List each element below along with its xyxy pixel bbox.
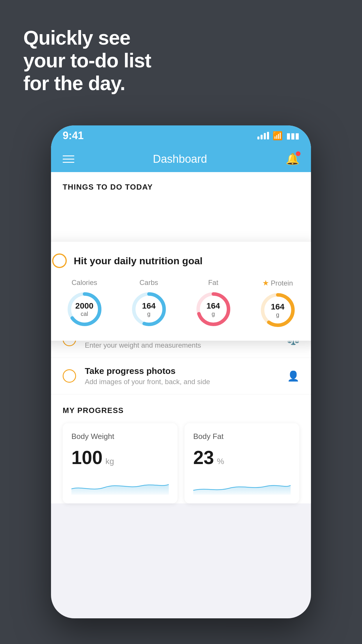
hero-text: Quickly see your to-do list for the day. xyxy=(23,26,151,95)
todo-text-2: Take progress photos Add images of your … xyxy=(85,366,278,386)
progress-card-body-weight[interactable]: Body Weight 100 kg xyxy=(63,423,178,503)
hero-line3: for the day. xyxy=(23,72,151,94)
hero-line2: your to-do list xyxy=(23,49,151,72)
nutrition-item-carbs: Carbs 164 g xyxy=(130,279,168,328)
progress-chart-1 xyxy=(193,477,291,495)
progress-section-title: MY PROGRESS xyxy=(63,406,299,415)
progress-cards: Body Weight 100 kg Body Fat xyxy=(63,423,299,503)
battery-icon: ▮▮▮ xyxy=(286,131,299,141)
todo-item-2[interactable]: Take progress photos Add images of your … xyxy=(51,358,311,394)
progress-section: MY PROGRESS Body Weight 100 kg xyxy=(51,394,311,503)
nutrition-check-circle xyxy=(52,253,67,268)
signal-icon xyxy=(257,132,269,139)
status-bar: 9:41 📶 ▮▮▮ xyxy=(51,125,311,146)
progress-value-row-0: 100 kg xyxy=(71,447,169,468)
status-time: 9:41 xyxy=(63,130,84,142)
nutrition-card-title: Hit your daily nutrition goal xyxy=(74,255,203,267)
wifi-icon: 📶 xyxy=(273,131,283,141)
progress-unit-1: % xyxy=(217,457,224,466)
progress-card-body-fat[interactable]: Body Fat 23 % xyxy=(184,423,299,503)
nutrition-item-fat: Fat 164 g xyxy=(194,279,232,328)
progress-value-0: 100 xyxy=(71,447,103,468)
progress-card-title-0: Body Weight xyxy=(71,432,169,441)
notification-dot xyxy=(296,151,301,156)
status-icons: 📶 ▮▮▮ xyxy=(257,131,299,141)
nutrition-item-calories: Calories 2000 cal xyxy=(66,279,103,328)
nav-bar: Dashboard 🔔 xyxy=(51,146,311,172)
nav-title: Dashboard xyxy=(153,153,207,165)
progress-chart-0 xyxy=(71,477,169,495)
progress-card-title-1: Body Fat xyxy=(193,432,291,441)
todo-circle-2 xyxy=(63,369,76,383)
todo-subtitle-2: Add images of your front, back, and side xyxy=(85,378,278,386)
nutrition-card: Hit your daily nutrition goal Calories 2… xyxy=(51,242,311,341)
progress-unit-0: kg xyxy=(106,457,114,466)
things-to-do-header: THINGS TO DO TODAY xyxy=(51,172,311,197)
phone-frame: 9:41 📶 ▮▮▮ Dashboard 🔔 xyxy=(51,125,311,618)
nutrition-item-protein: ★Protein 164 g xyxy=(259,279,297,329)
progress-value-row-1: 23 % xyxy=(193,447,291,468)
todo-title-2: Take progress photos xyxy=(85,366,278,376)
hero-line1: Quickly see xyxy=(23,26,151,49)
nutrition-circles: Calories 2000 cal Carbs 164 xyxy=(52,279,310,329)
notifications-button[interactable]: 🔔 xyxy=(286,153,299,165)
todo-icon-2: 👤 xyxy=(287,370,299,382)
todo-subtitle-1: Enter your weight and measurements xyxy=(85,341,278,349)
progress-value-1: 23 xyxy=(193,447,214,468)
phone-inner: 9:41 📶 ▮▮▮ Dashboard 🔔 xyxy=(51,125,311,618)
menu-button[interactable] xyxy=(63,155,74,163)
